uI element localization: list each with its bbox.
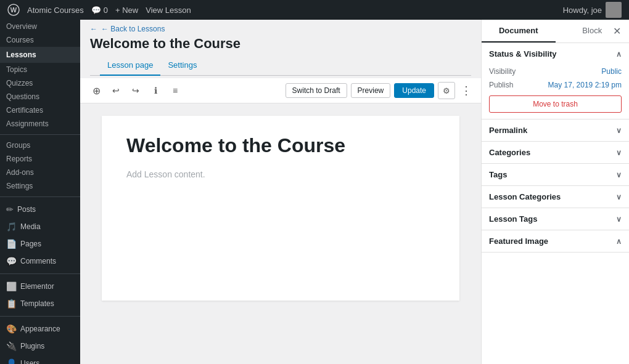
editor-wrapper: ← ← Back to Lessons Welcome to the Cours…	[80, 20, 629, 364]
categories-header[interactable]: Categories	[482, 142, 629, 163]
site-name[interactable]: Atomic Courses	[27, 6, 84, 15]
lesson-tags-header[interactable]: Lesson Tags	[482, 208, 629, 230]
plugins-icon: 🔌	[6, 341, 17, 351]
permalink-label: Permalink	[489, 126, 527, 135]
sidebar-item-courses[interactable]: Courses	[0, 33, 80, 47]
admin-bar: W Atomic Courses 💬 0 + New View Lesson H…	[0, 0, 629, 20]
sidebar-item-topics[interactable]: Topics	[0, 63, 80, 76]
section-lesson-categories: Lesson Categories	[482, 186, 629, 208]
visibility-label: Visibility	[489, 67, 516, 76]
categories-chevron	[616, 148, 622, 157]
toolbar-right: Switch to Draft Preview Update ⚙ ⋮	[286, 82, 474, 99]
section-status-visibility: Status & Visibility Visibility Public Pu…	[482, 43, 629, 119]
featured-image-header[interactable]: Featured Image	[482, 230, 629, 252]
sidebar-item-plugins[interactable]: 🔌Plugins	[0, 338, 80, 355]
editor-main: ← ← Back to Lessons Welcome to the Cours…	[80, 20, 481, 364]
undo-button[interactable]: ↩	[107, 82, 125, 99]
back-link-label: ← Back to Lessons	[101, 25, 165, 33]
sidebar-item-lessons[interactable]: Lessons	[0, 47, 80, 63]
lesson-categories-header[interactable]: Lesson Categories	[482, 186, 629, 208]
switch-draft-button[interactable]: Switch to Draft	[286, 83, 347, 98]
sidebar-item-appearance[interactable]: 🎨Appearance	[0, 320, 80, 338]
sidebar: Overview Courses Lessons Topics Quizzes …	[0, 20, 80, 364]
admin-bar-right: Howdy, joe	[563, 2, 622, 18]
page-title: Welcome to the Course	[90, 36, 471, 52]
settings-gear-button[interactable]: ⚙	[438, 82, 455, 99]
editor-block[interactable]: Welcome to the Course Add Lesson content…	[102, 116, 459, 301]
categories-label: Categories	[489, 148, 530, 157]
sidebar-item-users[interactable]: 👤Users	[0, 355, 80, 364]
avatar[interactable]	[606, 2, 622, 18]
add-icon: ⊕	[92, 85, 101, 97]
block-title[interactable]: Welcome to the Course	[126, 134, 435, 157]
howdy-text: Howdy, joe	[563, 6, 602, 15]
tab-settings[interactable]: Settings	[160, 55, 204, 76]
section-tags: Tags	[482, 164, 629, 186]
info-button[interactable]: ℹ	[147, 82, 164, 99]
redo-button[interactable]: ↪	[127, 82, 144, 99]
sidebar-item-certificates[interactable]: Certificates	[0, 103, 80, 117]
publish-value[interactable]: May 17, 2019 2:19 pm	[548, 81, 622, 89]
block-content-placeholder[interactable]: Add Lesson content.	[126, 169, 435, 179]
lesson-categories-chevron	[616, 193, 622, 201]
section-permalink: Permalink	[482, 119, 629, 142]
view-lesson-link[interactable]: View Lesson	[146, 6, 191, 15]
gear-icon: ⚙	[443, 86, 450, 95]
tags-header[interactable]: Tags	[482, 164, 629, 185]
more-options-button[interactable]: ⋮	[459, 82, 474, 99]
posts-icon: ✏	[6, 204, 14, 214]
users-icon: 👤	[6, 358, 17, 364]
editor-toolbar: ⊕ ↩ ↪ ℹ ≡ Switch to Draft	[80, 78, 481, 103]
status-visibility-header[interactable]: Status & Visibility	[482, 43, 629, 65]
pages-icon: 📄	[6, 239, 17, 249]
ellipsis-icon: ⋮	[461, 84, 472, 97]
panel-close-button[interactable]: ✕	[609, 24, 624, 39]
elementor-icon: ⬜	[6, 281, 17, 291]
tags-label: Tags	[489, 170, 507, 179]
featured-image-chevron	[616, 237, 622, 246]
sidebar-item-comments[interactable]: 💬Comments	[0, 253, 80, 270]
lesson-tags-chevron	[616, 215, 622, 224]
tab-lesson-page[interactable]: Lesson page	[100, 55, 160, 76]
back-link[interactable]: ← ← Back to Lessons	[90, 25, 471, 33]
sidebar-item-reports[interactable]: Reports	[0, 152, 80, 166]
right-panel: Document Block ✕ Status & Visibility Vis…	[481, 20, 629, 364]
comments-icon: 💬	[6, 256, 17, 266]
sidebar-item-settings-lms[interactable]: Settings	[0, 179, 80, 193]
list-view-button[interactable]: ≡	[166, 82, 184, 99]
appearance-icon: 🎨	[6, 324, 17, 334]
wp-logo[interactable]: W	[7, 4, 20, 16]
preview-button[interactable]: Preview	[351, 83, 391, 98]
admin-bar-items: 💬 0 + New View Lesson	[91, 6, 556, 15]
move-to-trash-button[interactable]: Move to trash	[489, 95, 622, 113]
update-button[interactable]: Update	[394, 83, 434, 98]
status-visibility-body: Visibility Public Publish May 17, 2019 2…	[482, 65, 629, 119]
sidebar-item-templates[interactable]: 📋Templates	[0, 295, 80, 312]
new-link[interactable]: + New	[115, 6, 138, 15]
sidebar-item-groups[interactable]: Groups	[0, 139, 80, 152]
publish-row: Publish May 17, 2019 2:19 pm	[489, 78, 622, 92]
section-categories: Categories	[482, 142, 629, 164]
panel-tabs: Document Block ✕	[482, 20, 629, 43]
visibility-value[interactable]: Public	[601, 67, 622, 76]
comments-link[interactable]: 💬 0	[91, 6, 108, 15]
sidebar-item-overview[interactable]: Overview	[0, 20, 80, 33]
permalink-chevron	[616, 126, 622, 135]
sidebar-item-addons[interactable]: Add-ons	[0, 166, 80, 179]
sidebar-item-elementor[interactable]: ⬜Elementor	[0, 278, 80, 295]
sidebar-item-media[interactable]: 🎵Media	[0, 218, 80, 235]
page-header: ← ← Back to Lessons Welcome to the Cours…	[80, 20, 481, 78]
featured-image-label: Featured Image	[489, 237, 548, 246]
sidebar-item-posts[interactable]: ✏Posts	[0, 201, 80, 218]
sidebar-item-quizzes[interactable]: Quizzes	[0, 76, 80, 90]
status-visibility-chevron	[616, 50, 622, 59]
add-block-button[interactable]: ⊕	[88, 82, 105, 99]
section-featured-image: Featured Image	[482, 230, 629, 253]
visibility-row: Visibility Public	[489, 65, 622, 78]
sidebar-item-pages[interactable]: 📄Pages	[0, 235, 80, 253]
sidebar-item-questions[interactable]: Questions	[0, 90, 80, 103]
publish-label: Publish	[489, 81, 513, 89]
sidebar-item-assignments[interactable]: Assignments	[0, 117, 80, 131]
panel-tab-document[interactable]: Document	[482, 20, 556, 42]
permalink-header[interactable]: Permalink	[482, 119, 629, 141]
